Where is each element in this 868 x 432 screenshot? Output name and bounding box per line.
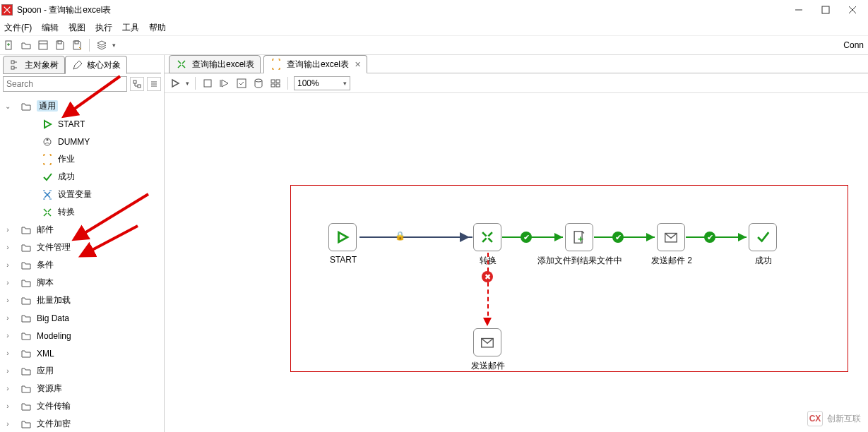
caret-right-icon[interactable]: › [3, 332, 13, 340]
caret-right-icon[interactable]: › [3, 226, 13, 234]
tree-folder-script[interactable]: › 脚本 [0, 274, 164, 292]
play-icon [41, 118, 54, 131]
expand-all-icon[interactable] [130, 77, 144, 91]
tree-folder-label: Big Data [34, 313, 69, 323]
caret-down-icon[interactable]: ⌄ [3, 102, 13, 110]
hop-ok-icon[interactable]: ✔ [521, 232, 532, 243]
node-start[interactable]: START [328, 223, 357, 251]
open-icon[interactable] [20, 39, 32, 52]
tree-folder-label: Modeling [34, 331, 71, 341]
tree-folder-label: 资源库 [34, 383, 62, 395]
tree-item-job[interactable]: 作业 [0, 150, 164, 168]
svg-rect-28 [271, 80, 275, 83]
tree-item-label: DUMMY [55, 137, 90, 147]
tree-item-dummy[interactable]: DUMMY [0, 133, 164, 150]
tab-core-objects-label: 核心对象 [87, 59, 121, 71]
save-icon[interactable] [54, 39, 66, 52]
tab-object-tree-label: 主对象树 [25, 59, 59, 71]
perspective-icon[interactable] [95, 39, 108, 52]
menu-help[interactable]: 帮助 [149, 22, 166, 34]
tree-folder-filemgmt[interactable]: › 文件管理 [0, 239, 164, 256]
node-transform[interactable]: 转换 [473, 223, 501, 251]
node-mail[interactable]: 发送邮件 [473, 328, 501, 356]
tree-item-transform[interactable]: 转换 [0, 203, 164, 221]
tree-item-setvar[interactable]: 设置变量 [0, 186, 164, 203]
replay-icon[interactable] [218, 77, 231, 90]
collapse-all-icon[interactable] [147, 77, 161, 91]
tree-folder-bigdata[interactable]: › Big Data [0, 309, 164, 327]
svg-rect-29 [276, 80, 280, 83]
caret-right-icon[interactable]: › [3, 367, 13, 375]
tab-core-objects[interactable]: 核心对象 [65, 56, 127, 74]
stop-icon[interactable] [201, 77, 214, 90]
caret-right-icon[interactable]: › [3, 402, 13, 410]
hop-fail-icon[interactable]: ✖ [482, 271, 493, 282]
tree-folder-xml[interactable]: › XML [0, 344, 164, 362]
hop-ok-icon[interactable]: ✔ [704, 232, 715, 243]
folder-icon [20, 365, 32, 378]
tree-folder-bulk[interactable]: › 批量加载 [0, 292, 164, 309]
snap-icon[interactable] [269, 77, 282, 90]
tree-item-success[interactable]: 成功 [0, 168, 164, 186]
tree-folder-condition[interactable]: › 条件 [0, 256, 164, 274]
run-icon[interactable] [169, 77, 182, 90]
svg-rect-12 [11, 66, 14, 69]
menu-run[interactable]: 执行 [95, 22, 112, 34]
explore-icon[interactable] [37, 39, 49, 52]
tree-folder-modeling[interactable]: › Modeling [0, 327, 164, 344]
tree-item-label: 作业 [55, 153, 75, 165]
svg-rect-10 [75, 41, 78, 44]
search-input[interactable] [3, 76, 127, 92]
tree-folder-label: 条件 [34, 259, 54, 271]
caret-right-icon[interactable]: › [3, 244, 13, 251]
menu-edit[interactable]: 编辑 [42, 22, 59, 34]
tree-folder-label: 脚本 [34, 277, 54, 289]
folder-icon [20, 347, 32, 360]
caret-right-icon[interactable]: › [3, 349, 13, 357]
menu-file[interactable]: 文件(F) [4, 22, 32, 34]
tree-folder-app[interactable]: › 应用 [0, 362, 164, 380]
tree-root-general[interactable]: ⌄ 通用 [0, 97, 164, 115]
node-mail2[interactable]: 发送邮件 2 [657, 223, 685, 251]
saveas-icon[interactable] [71, 39, 83, 52]
node-success[interactable]: 成功 [749, 223, 777, 251]
caret-right-icon[interactable]: › [3, 385, 13, 392]
tree-folder-repo[interactable]: › 资源库 [0, 380, 164, 397]
check-trans-icon[interactable] [235, 77, 248, 90]
close-button[interactable] [845, 3, 860, 17]
pencil-icon [71, 59, 84, 71]
svg-rect-30 [271, 84, 275, 87]
node-addfile[interactable]: 添加文件到结果文件中 [565, 223, 593, 251]
tree-folder-ftp[interactable]: › 文件传输 [0, 397, 164, 415]
zoom-select[interactable]: 100% ▾ [294, 76, 350, 90]
folder-icon [20, 383, 32, 395]
minimize-button[interactable] [792, 3, 806, 17]
tree-item-label: 设置变量 [55, 188, 92, 200]
caret-right-icon[interactable]: › [3, 296, 13, 304]
canvas[interactable]: 🔒 ✔ ✔ ✔ ✖ START 转换 [165, 93, 868, 432]
folder-icon [20, 330, 32, 342]
hop-ok-icon[interactable]: ✔ [612, 232, 624, 243]
check-icon [41, 171, 54, 184]
maximize-button[interactable] [819, 3, 833, 17]
connect-label[interactable]: Conn [843, 40, 865, 50]
folder-icon [20, 294, 32, 307]
tree-item-start[interactable]: START [0, 115, 164, 133]
folder-icon [20, 100, 32, 113]
sql-icon[interactable] [252, 77, 265, 90]
caret-right-icon[interactable]: › [3, 261, 13, 269]
editor-tab-2[interactable]: 查询输出excel表 ✕ [263, 55, 367, 73]
svg-point-23 [47, 138, 49, 140]
caret-right-icon[interactable]: › [3, 420, 13, 428]
caret-right-icon[interactable]: › [3, 314, 13, 322]
tree-folder-mail[interactable]: › 邮件 [0, 221, 164, 239]
zoom-value: 100% [297, 78, 319, 88]
close-tab-icon[interactable]: ✕ [355, 60, 361, 69]
caret-right-icon[interactable]: › [3, 279, 13, 287]
new-file-icon[interactable] [3, 39, 16, 52]
tree-folder-encrypt[interactable]: › 文件加密 [0, 415, 164, 432]
menu-view[interactable]: 视图 [69, 22, 85, 34]
editor-tab-1[interactable]: 查询输出excel表 [169, 55, 261, 73]
menu-tools[interactable]: 工具 [122, 22, 139, 34]
tab-object-tree[interactable]: 主对象树 [3, 56, 65, 74]
